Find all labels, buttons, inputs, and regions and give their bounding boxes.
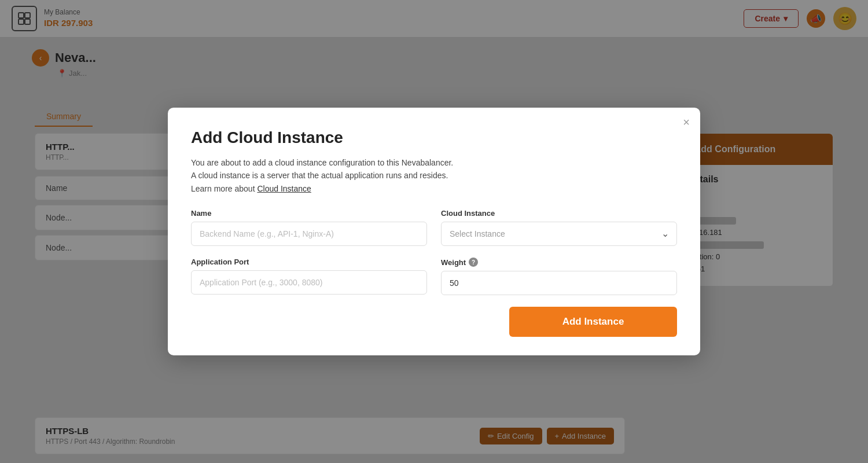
cloud-instance-select[interactable]: Select Instance [441, 222, 677, 246]
modal-title: Add Cloud Instance [191, 128, 677, 147]
weight-help-icon[interactable]: ? [469, 258, 478, 267]
modal-add-instance-button[interactable]: Add Instance [509, 307, 677, 337]
modal-footer: Add Instance [191, 307, 677, 337]
weight-field-group: Weight ? [441, 258, 677, 295]
weight-input[interactable] [441, 271, 677, 295]
cloud-instance-field-group: Cloud Instance Select Instance ⌄ [441, 209, 677, 246]
cloud-instance-select-wrapper: Select Instance ⌄ [441, 222, 677, 246]
name-label: Name [191, 209, 427, 218]
modal-close-button[interactable]: × [683, 116, 690, 129]
name-field-group: Name [191, 209, 427, 246]
form-row-2: Application Port Weight ? [191, 258, 677, 295]
name-input[interactable] [191, 222, 427, 246]
weight-label: Weight ? [441, 258, 677, 267]
modal-description: You are about to add a cloud instance co… [191, 156, 677, 195]
cloud-instance-label: Cloud Instance [441, 209, 677, 218]
app-port-input[interactable] [191, 270, 427, 295]
app-port-field-group: Application Port [191, 258, 427, 295]
cloud-instance-link[interactable]: Cloud Instance [257, 184, 311, 193]
app-port-label: Application Port [191, 258, 427, 266]
add-cloud-instance-modal: × Add Cloud Instance You are about to ad… [168, 108, 700, 355]
form-row-1: Name Cloud Instance Select Instance ⌄ [191, 209, 677, 246]
